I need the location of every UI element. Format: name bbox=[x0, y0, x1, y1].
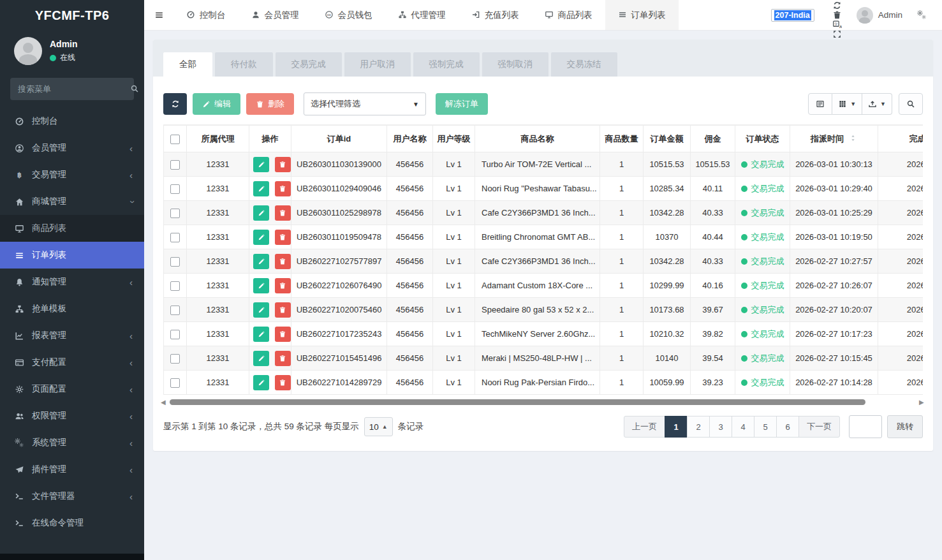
row-edit-button[interactable] bbox=[253, 375, 269, 390]
sidebar-menu-item[interactable]: 会员管理 ‹ bbox=[0, 135, 144, 161]
edit-button[interactable]: 编辑 bbox=[193, 93, 240, 115]
page-button[interactable]: 6 bbox=[776, 416, 799, 438]
refresh-button[interactable] bbox=[163, 93, 187, 115]
sidebar-menu-item[interactable]: 插件管理 ‹ bbox=[0, 456, 144, 483]
row-edit-button[interactable] bbox=[253, 351, 269, 366]
row-delete-button[interactable] bbox=[275, 254, 291, 269]
cell-assign-time: 2026-02-27 10:20:07 bbox=[790, 298, 878, 322]
page-jump-input[interactable] bbox=[849, 415, 882, 438]
row-delete-button[interactable] bbox=[275, 302, 291, 318]
row-checkbox[interactable] bbox=[170, 209, 180, 218]
row-checkbox[interactable] bbox=[170, 160, 180, 170]
page-button[interactable]: 2 bbox=[687, 416, 710, 438]
status-tab[interactable]: 待付款 bbox=[215, 52, 273, 77]
page-button[interactable]: 3 bbox=[709, 416, 732, 438]
row-checkbox[interactable] bbox=[170, 378, 180, 388]
scrollbar-thumb[interactable] bbox=[170, 399, 865, 405]
status-tab[interactable]: 强制取消 bbox=[482, 52, 548, 77]
row-checkbox[interactable] bbox=[170, 306, 180, 315]
export-button[interactable]: ▼ bbox=[862, 93, 892, 115]
settings-gears-icon[interactable] bbox=[909, 10, 934, 20]
row-edit-button[interactable] bbox=[253, 302, 269, 318]
unfreeze-orders-button[interactable]: 解冻订单 bbox=[436, 93, 488, 115]
next-page-button[interactable]: 下一页 bbox=[798, 416, 840, 438]
sidebar-menu-item[interactable]: 文件管理器 ‹ bbox=[0, 483, 144, 510]
row-delete-button[interactable] bbox=[275, 278, 291, 293]
sidebar-menu-item[interactable]: 权限管理 ‹ bbox=[0, 402, 144, 429]
status-tab[interactable]: 全部 bbox=[163, 52, 212, 77]
row-edit-button[interactable] bbox=[253, 327, 269, 342]
row-edit-button[interactable] bbox=[253, 205, 269, 221]
hamburger-icon[interactable] bbox=[144, 0, 173, 30]
row-checkbox[interactable] bbox=[170, 184, 180, 194]
delete-button[interactable]: 删除 bbox=[246, 93, 294, 115]
status-tab[interactable]: 交易冻结 bbox=[551, 52, 617, 77]
row-edit-button[interactable] bbox=[253, 230, 269, 245]
topnav-item[interactable]: 充值列表 bbox=[459, 0, 532, 30]
topnav-item[interactable]: 代理管理 bbox=[385, 0, 459, 30]
sidebar-menu-item[interactable]: 订单列表 bbox=[0, 242, 144, 269]
sidebar-menu-item[interactable]: 交易管理 ‹ bbox=[0, 161, 144, 188]
detail-view-button[interactable] bbox=[808, 93, 832, 115]
row-edit-button[interactable] bbox=[253, 181, 269, 196]
row-delete-button[interactable] bbox=[275, 157, 291, 172]
sidebar-menu-item[interactable]: 商品列表 bbox=[0, 215, 144, 242]
sidebar-search-input[interactable] bbox=[18, 84, 130, 94]
scrollbar-track[interactable] bbox=[170, 399, 918, 405]
refresh-icon[interactable] bbox=[825, 1, 850, 10]
topnav-item[interactable]: 订单列表 bbox=[605, 0, 679, 30]
sidebar-menu-item[interactable]: 通知管理 ‹ bbox=[0, 269, 144, 295]
agent-filter-select[interactable]: 选择代理筛选 ▼ bbox=[304, 92, 426, 115]
row-delete-button[interactable] bbox=[275, 181, 291, 196]
sidebar-menu-item[interactable]: 页面配置 ‹ bbox=[0, 376, 144, 402]
page-size-select[interactable]: 10 ▲ bbox=[364, 417, 393, 436]
topnav-item[interactable]: 商品列表 bbox=[532, 0, 605, 30]
topnav-item[interactable]: 控制台 bbox=[173, 0, 239, 30]
page-jump-button[interactable]: 跳转 bbox=[887, 415, 923, 438]
region-input[interactable]: 207-India bbox=[771, 9, 814, 22]
row-checkbox[interactable] bbox=[170, 281, 180, 291]
columns-button[interactable]: ▼ bbox=[832, 93, 862, 115]
search-toggle-button[interactable] bbox=[899, 93, 923, 115]
status-tab[interactable]: 交易完成 bbox=[276, 52, 342, 77]
expand-icon[interactable] bbox=[825, 29, 850, 39]
topnav-item[interactable]: 会员钱包 bbox=[312, 0, 385, 30]
row-checkbox[interactable] bbox=[170, 233, 180, 242]
sidebar-menu-item[interactable]: 在线命令管理 bbox=[0, 510, 144, 536]
sort-icon[interactable] bbox=[849, 134, 857, 144]
row-delete-button[interactable] bbox=[275, 205, 291, 221]
topnav-item[interactable]: 会员管理 bbox=[239, 0, 312, 30]
sidebar-menu-item[interactable]: 支付配置 ‹ bbox=[0, 349, 144, 376]
page-button[interactable]: 4 bbox=[732, 416, 754, 438]
row-checkbox[interactable] bbox=[170, 354, 180, 364]
sidebar-menu-item[interactable]: 抢单模板 bbox=[0, 295, 144, 322]
scroll-left-icon[interactable]: ◀ bbox=[161, 399, 168, 406]
sidebar-menu-item[interactable]: 系统管理 ‹ bbox=[0, 429, 144, 456]
trash-icon[interactable] bbox=[825, 10, 850, 20]
status-tab[interactable]: 强制完成 bbox=[413, 52, 480, 77]
sidebar-menu-item[interactable]: 报表管理 ‹ bbox=[0, 322, 144, 349]
row-delete-button[interactable] bbox=[275, 230, 291, 245]
sidebar-menu-item[interactable]: 控制台 bbox=[0, 108, 144, 135]
row-delete-button[interactable] bbox=[275, 375, 291, 390]
status-dot-icon bbox=[741, 355, 747, 362]
prev-page-button[interactable]: 上一页 bbox=[624, 416, 665, 438]
status-tab[interactable]: 用户取消 bbox=[344, 52, 411, 77]
search-icon[interactable] bbox=[130, 84, 139, 94]
navbar-user-menu[interactable]: Admin bbox=[850, 7, 909, 24]
row-delete-button[interactable] bbox=[275, 351, 291, 366]
row-checkbox[interactable] bbox=[170, 330, 180, 339]
scroll-right-icon[interactable]: ▶ bbox=[919, 399, 927, 406]
column-header[interactable]: 指派时间 bbox=[790, 126, 878, 152]
page-button[interactable]: 1 bbox=[665, 416, 688, 438]
row-edit-button[interactable] bbox=[253, 278, 269, 293]
page-button[interactable]: 5 bbox=[754, 416, 777, 438]
row-checkbox[interactable] bbox=[170, 257, 180, 267]
row-edit-button[interactable] bbox=[253, 157, 269, 172]
row-edit-button[interactable] bbox=[253, 254, 269, 269]
sidebar-menu-item[interactable]: 商城管理 ‹ bbox=[0, 188, 144, 215]
row-delete-button[interactable] bbox=[275, 327, 291, 342]
select-all-checkbox[interactable] bbox=[170, 135, 180, 144]
cell-agent: 12331 bbox=[187, 249, 249, 274]
translate-icon[interactable] bbox=[825, 20, 850, 29]
